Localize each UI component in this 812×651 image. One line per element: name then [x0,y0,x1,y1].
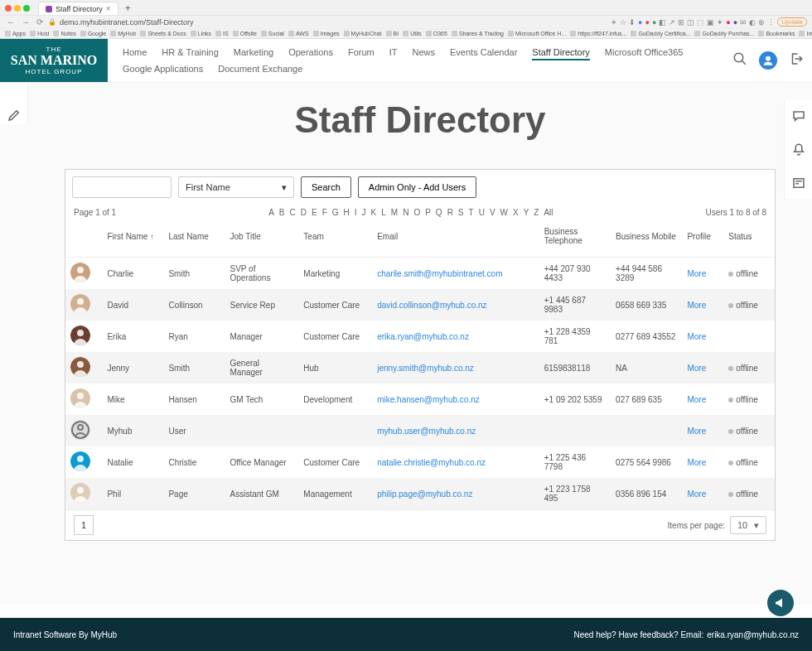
nav-item[interactable]: Marketing [234,47,273,60]
profile-link[interactable]: More [687,458,706,467]
cell-email[interactable]: jenny.smith@myhub.co.nz [372,352,539,383]
bookmark-item[interactable]: IS [215,31,229,36]
cell-email[interactable]: natalie.christie@myhub.co.nz [372,446,539,478]
extension-icons[interactable]: ✶☆⬇●●● ◧↗⊞◫⬚▣✦ ●●✉◐⊕⋮ Update [611,17,807,27]
alpha-letter[interactable]: C [290,208,296,217]
footer-email[interactable]: erika.ryan@myhub.co.nz [707,630,799,639]
alpha-letter[interactable]: J [362,208,366,217]
alpha-letter[interactable]: N [403,208,408,217]
alpha-letter[interactable]: V [490,208,495,217]
column-header[interactable]: Job Title [225,220,298,258]
bookmark-item[interactable]: Intranet Authors [799,31,812,36]
browser-tab[interactable]: Staff Directory × [38,2,118,15]
search-input[interactable] [72,176,172,198]
bookmark-item[interactable]: Apps [5,31,26,36]
profile-link[interactable]: More [687,489,706,499]
reload-button[interactable]: ⟳ [35,17,45,27]
bookmark-item[interactable]: Images [313,31,340,36]
bookmark-item[interactable]: MyHub [110,31,136,36]
column-header[interactable] [65,220,102,258]
announce-fab[interactable] [767,590,794,616]
nav-item[interactable]: Forum [348,47,375,60]
nav-item[interactable]: Operations [288,47,333,60]
nav-item[interactable]: IT [389,47,398,60]
bookmark-item[interactable]: GoDaddy Certifica... [631,31,690,36]
field-select[interactable]: First Name ▾ [178,176,294,198]
bookmark-item[interactable]: Links [191,31,211,36]
alpha-letter[interactable]: M [391,208,398,217]
bookmark-item[interactable]: Google [80,31,107,36]
cell-email[interactable]: philip.page@myhub.co.nz [372,478,539,509]
profile-link[interactable]: More [687,395,706,404]
alpha-letter[interactable]: K [371,208,377,217]
alpha-letter[interactable]: T [469,208,474,217]
back-button[interactable]: ← [5,17,17,27]
alpha-letter[interactable]: Y [524,208,529,217]
user-avatar[interactable] [759,51,777,70]
bookmark-item[interactable]: Social [261,31,284,36]
alpha-letter[interactable]: P [425,208,431,217]
bookmark-item[interactable]: Offsite [233,31,257,36]
current-page[interactable]: 1 [74,515,94,535]
nav-item[interactable]: Home [123,47,147,60]
alpha-letter[interactable]: X [513,208,519,217]
nav-item[interactable]: Microsoft Office365 [605,47,684,60]
alpha-letter[interactable]: S [458,208,464,217]
profile-link[interactable]: More [687,301,706,310]
new-tab-button[interactable]: + [122,2,134,14]
window-maximize[interactable] [23,5,30,12]
logo[interactable]: THE SAN MARINO HOTEL GROUP [0,39,108,82]
alpha-letter[interactable]: All [544,208,553,217]
bookmark-item[interactable]: Notes [53,31,75,36]
alpha-letter[interactable]: U [479,208,485,217]
column-header[interactable]: Email [372,220,539,258]
bookmark-item[interactable]: Shares & Trading [452,31,504,36]
nav-item[interactable]: Events Calendar [450,47,517,60]
alpha-letter[interactable]: H [344,208,350,217]
admin-add-users-button[interactable]: Admin Only - Add Users [358,176,476,198]
forward-button[interactable]: → [20,17,31,27]
search-button[interactable]: Search [301,176,351,198]
column-header[interactable]: Last Name [163,220,225,258]
column-header[interactable]: Business Telephone [539,220,611,258]
window-minimize[interactable] [14,5,21,12]
nav-item[interactable]: News [413,47,436,60]
alpha-letter[interactable]: O [413,208,420,217]
news-icon[interactable] [791,176,806,194]
alpha-letter[interactable]: W [500,208,508,217]
bookmark-item[interactable]: O365 [426,31,447,36]
alpha-letter[interactable]: F [322,208,327,217]
cell-email[interactable]: david.collinson@myhub.co.nz [372,289,539,321]
profile-link[interactable]: More [687,427,706,436]
bookmark-item[interactable]: BI [386,31,399,36]
bookmark-item[interactable]: Host [30,31,49,36]
chat-icon[interactable] [791,109,806,128]
cell-email[interactable]: mike.hansen@myhub.co.nz [372,383,539,415]
alpha-letter[interactable]: G [332,208,339,217]
nav-item[interactable]: Document Exchange [218,64,302,74]
search-icon[interactable] [732,51,747,70]
profile-link[interactable]: More [687,364,706,373]
column-header[interactable]: Profile [682,220,723,258]
items-per-page-select[interactable]: 10 ▾ [730,516,766,534]
alpha-letter[interactable]: D [301,208,307,217]
bell-icon[interactable] [791,142,806,161]
bookmark-item[interactable]: Sheets & Docs [140,31,186,36]
alpha-letter[interactable]: I [355,208,357,217]
update-button[interactable]: Update [777,17,807,27]
alpha-letter[interactable]: R [447,208,453,217]
alpha-letter[interactable]: E [312,208,317,217]
column-header[interactable]: First Name ↑ [102,220,163,258]
profile-link[interactable]: More [687,332,706,341]
bookmark-item[interactable]: Bookmarks [758,31,795,36]
alpha-letter[interactable]: A [268,208,274,217]
cell-email[interactable]: erika.ryan@myhub.co.nz [372,321,539,352]
bookmark-item[interactable]: Utils [403,31,422,36]
bookmark-item[interactable]: Microsoft Office H... [508,31,566,36]
column-header[interactable]: Status [723,220,775,258]
logout-icon[interactable] [789,51,804,70]
alpha-letter[interactable]: B [279,208,285,217]
bookmark-item[interactable]: MyHubChat [344,31,382,36]
address-bar[interactable]: demo.myhubintranet.com/Staff-Directory [60,18,607,27]
bookmark-item[interactable]: https://ff247.infus... [570,31,626,36]
